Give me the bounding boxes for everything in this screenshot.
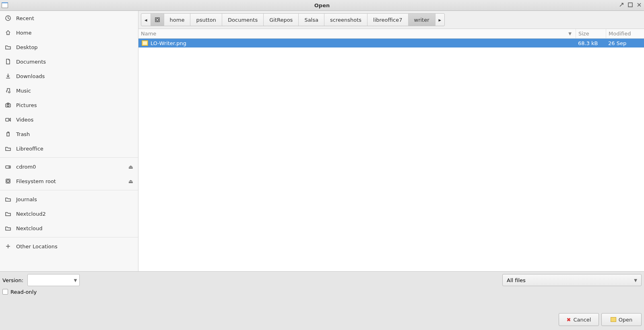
harddisk-icon — [5, 178, 11, 184]
sidebar-item-label: Journals — [16, 196, 37, 202]
path-segment-writer[interactable]: writer — [409, 14, 436, 26]
sidebar-item-filesystem-root[interactable]: Filesystem root⏏ — [0, 174, 138, 188]
sidebar-item-label: Libreoffice — [16, 146, 43, 152]
sidebar-item-nextcloud2[interactable]: Nextcloud2 — [0, 206, 138, 221]
sidebar-item-trash[interactable]: Trash — [0, 127, 138, 141]
pathbar-container: ◂homepsuttonDocumentsGitReposSalsascreen… — [138, 11, 644, 29]
sidebar-item-label: Downloads — [16, 73, 45, 79]
sidebar-item-libreoffice[interactable]: Libreoffice — [0, 141, 138, 156]
file-filter-combo[interactable]: All files ▼ — [502, 274, 642, 286]
svg-point-8 — [7, 180, 9, 182]
open-button[interactable]: Open — [601, 313, 642, 326]
sidebar-item-recent[interactable]: Recent — [0, 11, 138, 25]
sidebar-item-desktop[interactable]: Desktop — [0, 40, 138, 54]
camera-icon — [5, 102, 11, 108]
sidebar-item-nextcloud[interactable]: Nextcloud — [0, 221, 138, 235]
sidebar-item-label: Music — [16, 88, 31, 94]
file-name: LO-Writer.png — [151, 40, 186, 46]
sidebar-item-label: Videos — [16, 117, 33, 123]
file-row[interactable]: LO-Writer.png68.3 kB26 Sep — [138, 39, 644, 47]
file-list-header: Name ▼ Size Modified — [138, 29, 644, 39]
sidebar-item-home[interactable]: Home — [0, 25, 138, 40]
file-panel: ◂homepsuttonDocumentsGitReposSalsascreen… — [138, 11, 644, 271]
sidebar-item-pictures[interactable]: Pictures — [0, 98, 138, 112]
file-list[interactable]: LO-Writer.png68.3 kB26 Sep — [138, 39, 644, 271]
path-segment-documents[interactable]: Documents — [222, 14, 264, 26]
path-segment-psutton[interactable]: psutton — [190, 14, 222, 26]
column-header-size[interactable]: Size — [576, 29, 606, 38]
titlebar: Open — [0, 0, 644, 11]
sidebar-item-label: Nextcloud — [16, 225, 43, 231]
sidebar-item-label: cdrom0 — [16, 164, 36, 170]
readonly-checkbox[interactable] — [2, 289, 8, 295]
app-icon — [2, 2, 8, 8]
close-button[interactable] — [635, 1, 643, 9]
sidebar-item-other-locations[interactable]: Other Locations — [0, 239, 138, 254]
download-icon — [5, 73, 11, 79]
sidebar-item-journals[interactable]: Journals — [0, 192, 138, 206]
sidebar-item-cdrom0[interactable]: cdrom0⏏ — [0, 159, 138, 174]
sidebar-item-label: Documents — [16, 59, 46, 65]
version-combo[interactable]: ▼ — [27, 274, 80, 286]
folder-icon — [5, 196, 11, 202]
window-controls — [617, 1, 643, 9]
svg-rect-0 — [628, 3, 632, 7]
path-segment-salsa[interactable]: Salsa — [299, 14, 324, 26]
folder-open-icon — [611, 317, 616, 322]
sidebar-item-videos[interactable]: Videos — [0, 112, 138, 127]
folder-icon — [5, 44, 11, 50]
cancel-button[interactable]: ✖ Cancel — [559, 313, 599, 326]
sidebar-item-label: Pictures — [16, 102, 37, 108]
sort-indicator-icon: ▼ — [568, 31, 572, 36]
chevron-down-icon: ▼ — [74, 278, 77, 283]
column-header-name-label: Name — [141, 31, 156, 37]
svg-point-10 — [156, 19, 159, 21]
path-back-button[interactable]: ◂ — [141, 14, 151, 26]
folder-icon — [5, 145, 11, 152]
readonly-label: Read-only — [10, 289, 37, 295]
video-icon — [5, 116, 11, 123]
sidebar-item-label: Other Locations — [16, 243, 58, 250]
trash-icon — [5, 131, 11, 137]
eject-icon[interactable]: ⏏ — [128, 178, 133, 184]
sidebar-item-documents[interactable]: Documents — [0, 54, 138, 69]
clock-icon — [5, 15, 11, 21]
column-header-modified-label: Modified — [609, 31, 631, 37]
column-header-name[interactable]: Name ▼ — [138, 31, 576, 37]
sidebar-item-label: Nextcloud2 — [16, 211, 46, 217]
music-icon — [5, 87, 11, 94]
svg-rect-4 — [6, 118, 9, 121]
pathbar: ◂homepsuttonDocumentsGitReposSalsascreen… — [141, 13, 445, 26]
path-segment-home[interactable]: home — [164, 14, 191, 26]
path-segment-gitrepos[interactable]: GitRepos — [264, 14, 299, 26]
path-segment-libreoffice7[interactable]: libreoffice7 — [367, 14, 408, 26]
column-header-size-label: Size — [578, 31, 589, 37]
maximize-button[interactable] — [626, 1, 634, 9]
column-header-modified[interactable]: Modified — [606, 29, 644, 38]
image-file-icon — [142, 40, 148, 46]
sidebar-item-downloads[interactable]: Downloads — [0, 69, 138, 83]
path-root-button[interactable] — [151, 14, 164, 26]
cancel-icon: ✖ — [567, 317, 571, 323]
minimize-button[interactable] — [617, 1, 625, 9]
sidebar-item-label: Trash — [16, 131, 30, 137]
dialog-footer: Version: ▼ All files ▼ Read-only ✖ Cance… — [0, 271, 644, 330]
sidebar-item-label: Home — [16, 30, 31, 36]
sidebar-item-music[interactable]: Music — [0, 83, 138, 98]
version-label: Version: — [2, 277, 23, 283]
eject-icon[interactable]: ⏏ — [128, 164, 133, 170]
path-forward-button[interactable]: ▸ — [436, 14, 445, 26]
file-modified: 26 Sep — [606, 40, 644, 46]
svg-point-6 — [9, 167, 10, 167]
sidebar-item-label: Filesystem root — [16, 178, 56, 184]
folder-icon — [5, 210, 11, 217]
file-size: 68.3 kB — [576, 40, 606, 46]
places-sidebar: RecentHomeDesktopDocumentsDownloadsMusic… — [0, 11, 138, 271]
plus-icon — [5, 243, 11, 250]
path-segment-screenshots[interactable]: screenshots — [324, 14, 367, 26]
cancel-button-label: Cancel — [573, 317, 591, 323]
open-button-label: Open — [619, 317, 633, 323]
drive-icon — [5, 163, 11, 170]
folder-icon — [5, 225, 11, 231]
chevron-down-icon: ▼ — [634, 278, 637, 283]
